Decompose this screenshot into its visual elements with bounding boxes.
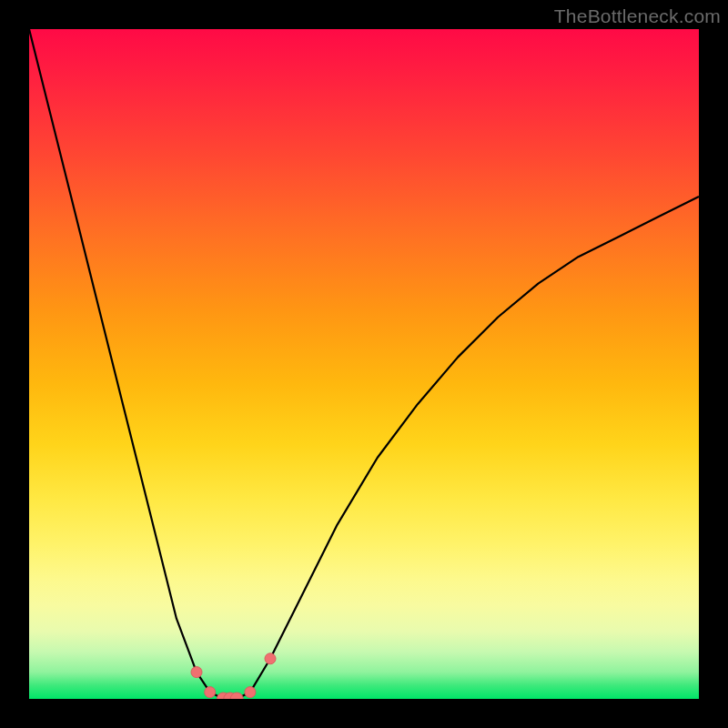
curve-marker xyxy=(265,653,276,664)
curve-markers xyxy=(191,653,276,699)
curve-marker xyxy=(245,687,256,698)
bottleneck-curve xyxy=(29,29,699,699)
chart-frame: TheBottleneck.com xyxy=(0,0,728,728)
watermark-text: TheBottleneck.com xyxy=(554,5,721,27)
curve-marker xyxy=(205,687,216,698)
curve-layer xyxy=(29,29,699,699)
plot-area xyxy=(29,29,699,699)
curve-marker xyxy=(191,667,202,678)
